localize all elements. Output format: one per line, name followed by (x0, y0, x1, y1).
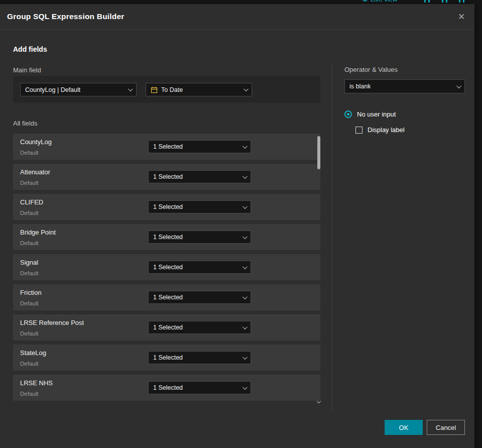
field-subtitle: Default (20, 150, 38, 156)
layout-columns-icon[interactable] (442, 0, 447, 4)
no-user-input-label: No user input (357, 110, 396, 118)
ok-button[interactable]: OK (385, 420, 423, 435)
field-row: LRSE Reference Post Default 1 Selected (13, 314, 320, 341)
field-name: Bridge Point (20, 229, 56, 236)
field-row: LRSE NHS Default 1 Selected (13, 375, 320, 401)
field-name: CountyLog (20, 138, 52, 146)
chevron-down-icon (243, 204, 248, 209)
field-selected-dropdown-label: 1 Selected (153, 234, 183, 241)
field-selected-dropdown-label: 1 Selected (153, 264, 183, 271)
field-subtitle: Default (20, 240, 38, 246)
field-selected-dropdown-label: 1 Selected (153, 294, 183, 301)
radio-selected-icon (344, 110, 352, 118)
main-field-dropdown[interactable]: CountyLog | Default (20, 83, 137, 96)
date-dropdown[interactable]: To Date (146, 83, 252, 96)
field-selected-dropdown[interactable]: 1 Selected (148, 140, 251, 153)
dialog-title: Group SQL Expression Builder (7, 12, 125, 21)
scrollbar-thumb[interactable] (317, 136, 320, 169)
field-row: CLIFED Default 1 Selected (13, 194, 320, 220)
field-name: Attenuator (20, 168, 50, 176)
field-subtitle: Default (20, 210, 38, 216)
pause-icon[interactable] (424, 0, 430, 4)
no-user-input-radio[interactable]: No user input (344, 110, 396, 118)
chevron-down-icon (243, 294, 248, 299)
field-subtitle: Default (20, 330, 38, 337)
field-row: Attenuator Default 1 Selected (13, 164, 320, 190)
chevron-down-icon (243, 264, 248, 269)
field-selected-dropdown-label: 1 Selected (153, 173, 183, 180)
scrollbar-down-arrow-icon[interactable] (317, 400, 321, 404)
checkbox-unchecked-icon (355, 127, 363, 134)
all-fields-list: CountyLog Default 1 Selected Attenuator … (13, 134, 320, 405)
field-name: StateLog (20, 349, 46, 357)
field-selected-dropdown[interactable]: 1 Selected (148, 170, 251, 183)
field-selected-dropdown[interactable]: 1 Selected (148, 381, 251, 394)
close-icon[interactable]: ✕ (455, 11, 467, 23)
field-selected-dropdown-label: 1 Selected (153, 354, 183, 361)
operator-values-label: Operator & Values (344, 66, 398, 73)
field-row: StateLog Default 1 Selected (13, 345, 320, 371)
live-view-label: Live view (371, 0, 397, 3)
operator-dropdown[interactable]: is blank (344, 79, 465, 93)
chevron-down-icon (243, 234, 248, 239)
section-title-add-fields: Add fields (13, 45, 47, 53)
field-selected-dropdown[interactable]: 1 Selected (148, 321, 251, 334)
field-name: Signal (20, 259, 38, 266)
dialog-group-sql-expression-builder: Group SQL Expression Builder ✕ Add field… (0, 4, 474, 448)
chevron-down-icon (243, 324, 248, 329)
app-topbar: Live view (0, 0, 482, 4)
field-selected-dropdown-label: 1 Selected (153, 324, 183, 331)
field-row: Friction Default 1 Selected (13, 284, 320, 310)
field-selected-dropdown[interactable]: 1 Selected (148, 291, 251, 304)
layout-panels-icon[interactable] (459, 0, 464, 4)
field-selected-dropdown-label: 1 Selected (153, 203, 183, 210)
display-label-checkbox[interactable]: Display label (355, 126, 405, 134)
field-name: LRSE NHS (20, 379, 53, 387)
field-selected-dropdown[interactable]: 1 Selected (148, 261, 251, 274)
all-fields-label: All fields (13, 120, 37, 127)
calendar-icon (151, 86, 158, 93)
chevron-down-icon (243, 144, 248, 149)
live-view-icon (363, 0, 368, 2)
chevron-down-icon (128, 86, 133, 91)
column-divider (332, 64, 332, 411)
field-name: Friction (20, 289, 42, 296)
chevron-down-icon (243, 174, 248, 179)
field-row: Bridge Point Default 1 Selected (13, 224, 320, 250)
chevron-down-icon (243, 385, 248, 390)
date-dropdown-label: To Date (161, 86, 183, 93)
chevron-down-icon (243, 355, 248, 360)
field-selected-dropdown[interactable]: 1 Selected (148, 351, 251, 364)
field-name: LRSE Reference Post (20, 319, 84, 326)
main-field-panel: CountyLog | Default To Date (13, 76, 320, 103)
chevron-down-icon (244, 86, 249, 91)
field-name: CLIFED (20, 198, 43, 206)
field-subtitle: Default (20, 300, 38, 306)
field-subtitle: Default (20, 391, 38, 397)
operator-dropdown-label: is blank (349, 83, 371, 90)
chevron-down-icon (456, 83, 461, 88)
cancel-button[interactable]: Cancel (427, 420, 465, 435)
field-subtitle: Default (20, 270, 38, 276)
dialog-header: Group SQL Expression Builder ✕ (0, 4, 474, 30)
field-selected-dropdown[interactable]: 1 Selected (148, 200, 251, 213)
field-row: CountyLog Default 1 Selected (13, 134, 320, 160)
backdrop-right (474, 0, 482, 448)
field-selected-dropdown[interactable]: 1 Selected (148, 231, 251, 244)
field-subtitle: Default (20, 361, 38, 367)
field-selected-dropdown-label: 1 Selected (153, 384, 183, 391)
field-row: Signal Default 1 Selected (13, 254, 320, 280)
live-view-button[interactable]: Live view (363, 0, 397, 4)
scrollbar (317, 134, 321, 405)
display-label-label: Display label (368, 126, 405, 134)
main-field-label: Main field (13, 66, 41, 74)
field-subtitle: Default (20, 180, 38, 186)
screen: Live view Group SQL Expression Builder ✕… (0, 0, 482, 448)
field-selected-dropdown-label: 1 Selected (153, 143, 183, 150)
main-field-dropdown-label: CountyLog | Default (25, 86, 80, 93)
